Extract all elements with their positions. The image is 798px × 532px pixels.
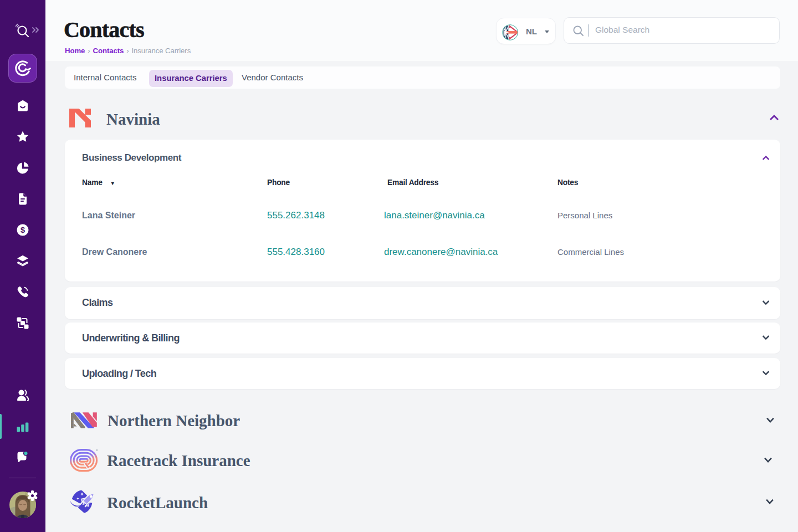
svg-text:$: $: [21, 226, 25, 234]
